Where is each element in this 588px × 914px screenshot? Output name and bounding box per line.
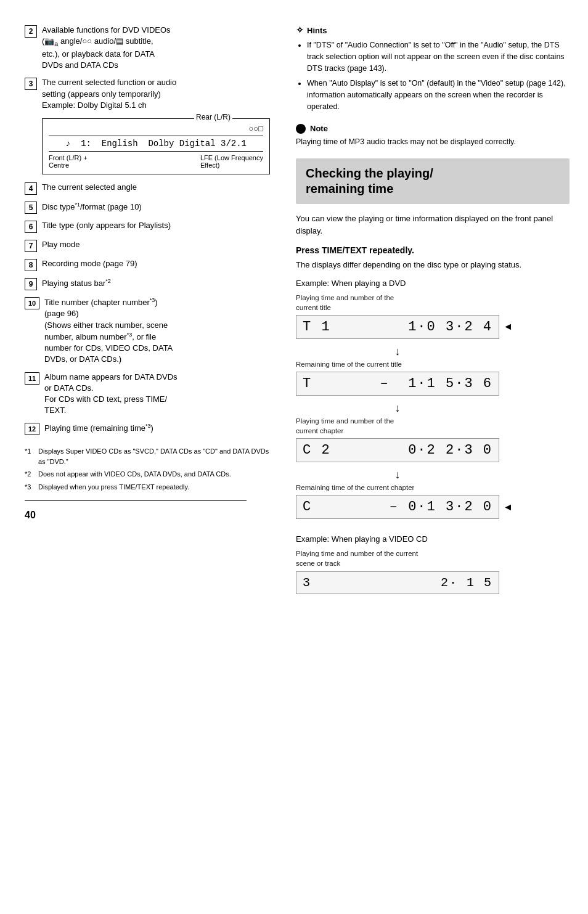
note-section: Note Playing time of MP3 audio tracks ma… <box>296 124 570 148</box>
footnote-3: *3 Displayed when you press TIME/TEXT re… <box>25 482 271 492</box>
press-sub: The displays differ depending on the dis… <box>296 259 570 271</box>
list-item-5: 5 Disc type*1/format (page 10) <box>25 201 271 214</box>
note-text: Playing time of MP3 audio tracks may not… <box>296 136 570 148</box>
arrow-down-3: ↓ <box>296 468 499 481</box>
item-text-11: Album name appears for DATA DVDs or DATA… <box>44 372 178 417</box>
list-item-7: 7 Play mode <box>25 239 271 252</box>
lfe-label: LFE (Low FrequencyEffect) <box>200 154 263 169</box>
vcd-screen-1: 3 2· 1 5 <box>296 571 499 594</box>
audio-diagram: Rear (L/R) ○○□ ♪ 1: English Dolby Digita… <box>42 118 270 174</box>
item-text-8: Recording mode (page 79) <box>42 258 137 269</box>
dvd-screen-3: C 2 0·2 2·3 0 <box>296 438 499 462</box>
section-heading-box: Checking the playing/remaining time <box>296 158 570 204</box>
dvd-display-1-label: Playing time and number of thecurrent ti… <box>296 293 570 312</box>
list-item-6: 6 Title type (only appears for Playlists… <box>25 220 271 233</box>
item-number-5: 5 <box>25 202 37 214</box>
dvd-screen-1: T 1 1·0 3·2 4 <box>296 315 499 339</box>
front-label: Front (L/R) +Centre <box>49 154 88 169</box>
hints-heading: Hints <box>307 26 327 35</box>
item-text-2: Available functions for DVD VIDEOs (📷a a… <box>42 25 171 71</box>
item-number-6: 6 <box>25 221 37 233</box>
footnote-text-3: Displayed when you press TIME/TEXT repea… <box>38 482 189 492</box>
item-text-12: Playing time (remaining time*3) <box>44 422 153 435</box>
hints-title: ✧ Hints <box>296 25 570 36</box>
vcd-display-1: Playing time and number of the currentsc… <box>296 549 570 594</box>
list-item-12: 12 Playing time (remaining time*3) <box>25 422 271 435</box>
divider <box>25 500 247 501</box>
list-item-11: 11 Album name appears for DATA DVDs or D… <box>25 372 271 417</box>
note-heading: Note <box>310 124 328 133</box>
footnote-text-1: Displays Super VIDEO CDs as "SVCD," DATA… <box>38 446 271 467</box>
dvd-display-4-label: Remaining time of the current chapter <box>296 483 570 492</box>
item-text-6: Title type (only appears for Playlists) <box>42 220 171 231</box>
item-text-5: Disc type*1/format (page 10) <box>42 201 142 213</box>
item-number-8: 8 <box>25 259 37 271</box>
dvd-display-2: Remaining time of the current title T – … <box>296 359 570 396</box>
list-item-3: 3 The current selected function or audio… <box>25 77 271 111</box>
item-text-4: The current selected angle <box>42 182 137 193</box>
hints-section: ✧ Hints If "DTS" of "Audio Connection" i… <box>296 25 570 113</box>
dvd-screen-2: T – 1·1 5·3 6 <box>296 372 499 396</box>
note-title: Note <box>296 124 570 134</box>
footnote-mark-2: *2 <box>25 469 38 479</box>
footnote-1: *1 Displays Super VIDEO CDs as "SVCD," D… <box>25 446 271 467</box>
item-number-12: 12 <box>25 423 39 435</box>
section-heading: Checking the playing/remaining time <box>306 166 560 197</box>
item-number-9: 9 <box>25 278 37 290</box>
item-text-10: Title number (chapter number*3) (page 96… <box>44 296 173 365</box>
item-number-3: 3 <box>25 78 37 90</box>
footnotes-section: *1 Displays Super VIDEO CDs as "SVCD," D… <box>25 446 271 492</box>
arrow-right-4: ◄ <box>503 502 513 513</box>
diagram-labels: Front (L/R) +Centre LFE (Low FrequencyEf… <box>49 154 263 169</box>
item-text-3: The current selected function or audio s… <box>42 77 176 111</box>
item-number-7: 7 <box>25 240 37 252</box>
footnote-mark-1: *1 <box>25 446 38 467</box>
dvd-display-3: Playing time and number of thecurrent ch… <box>296 416 570 462</box>
list-item-9: 9 Playing status bar*2 <box>25 277 271 290</box>
item-number-11: 11 <box>25 372 39 385</box>
press-instruction: Press TIME/TEXT repeatedly. <box>296 245 570 255</box>
section-intro: You can view the playing or time informa… <box>296 213 570 237</box>
list-item-8: 8 Recording mode (page 79) <box>25 258 271 271</box>
hints-list: If "DTS" of "Audio Connection" is set to… <box>296 39 570 113</box>
footnote-text-2: Does not appear with VIDEO CDs, DATA DVD… <box>38 469 231 479</box>
footnote-mark-3: *3 <box>25 482 38 492</box>
dvd-display-4: Remaining time of the current chapter C … <box>296 483 570 519</box>
list-item-4: 4 The current selected angle <box>25 182 271 195</box>
item-text-7: Play mode <box>42 239 80 250</box>
diagram-track: ♪ 1: English Dolby Digital 3/2.1 <box>49 136 263 152</box>
hints-icon: ✧ <box>296 25 304 36</box>
arrow-down-1: ↓ <box>296 345 499 358</box>
arrow-right-1: ◄ <box>503 321 513 332</box>
list-item-10: 10 Title number (chapter number*3) (page… <box>25 296 271 365</box>
arrow-down-2: ↓ <box>296 402 499 415</box>
item-number-4: 4 <box>25 182 37 195</box>
note-icon <box>296 124 306 134</box>
hint-item-2: When "Auto Display" is set to "On" (defa… <box>307 78 570 112</box>
item-text-9: Playing status bar*2 <box>42 277 111 290</box>
hint-item-1: If "DTS" of "Audio Connection" is set to… <box>307 39 570 74</box>
item-number-2: 2 <box>25 25 37 38</box>
diagram-icons: ○○□ <box>49 124 263 133</box>
example-vcd-label: Example: When playing a VIDEO CD <box>296 534 570 544</box>
page-number: 40 <box>25 510 271 521</box>
dvd-display-1: Playing time and number of thecurrent ti… <box>296 293 570 339</box>
footnote-2: *2 Does not appear with VIDEO CDs, DATA … <box>25 469 271 479</box>
vcd-display-1-label: Playing time and number of the currentsc… <box>296 549 570 568</box>
example-dvd-label: Example: When playing a DVD <box>296 279 570 288</box>
dvd-display-2-label: Remaining time of the current title <box>296 359 570 369</box>
dvd-display-3-label: Playing time and number of thecurrent ch… <box>296 416 570 436</box>
rear-label: Rear (L/R) <box>194 113 232 121</box>
dvd-screen-4: C – 0·1 3·2 0 <box>296 495 499 519</box>
list-item-2: 2 Available functions for DVD VIDEOs (📷a… <box>25 25 271 71</box>
item-number-10: 10 <box>25 297 39 309</box>
